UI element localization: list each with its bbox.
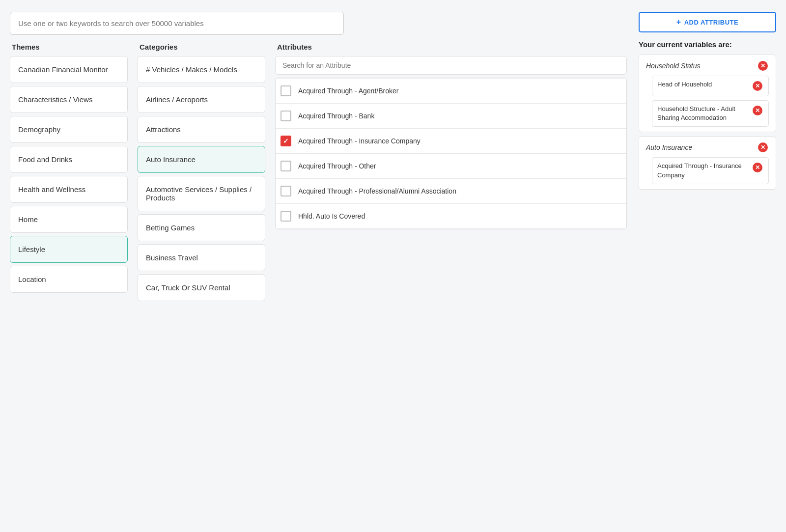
category-item-betting-games[interactable]: Betting Games	[138, 214, 265, 241]
remove-group-button-household-status[interactable]: ✕	[757, 60, 769, 72]
current-variables-title: Your current variables are:	[639, 40, 776, 49]
theme-item-health-and-wellness[interactable]: Health and Wellness	[10, 176, 128, 203]
category-item-auto-insurance[interactable]: Auto Insurance	[138, 146, 265, 173]
variable-group-header-auto-insurance: Auto Insurance✕	[646, 141, 769, 153]
checkbox-acquired-professional-alumni[interactable]	[281, 186, 291, 196]
theme-item-characteristics-views[interactable]: Characteristics / Views	[10, 86, 128, 113]
remove-group-icon-household-status: ✕	[758, 61, 768, 71]
variable-group-label-household-status: Household Status	[646, 62, 701, 70]
attribute-label-acquired-professional-alumni: Acquired Through - Professional/Alumni A…	[298, 187, 456, 195]
category-item-attractions[interactable]: Attractions	[138, 116, 265, 143]
checkbox-hhld-auto-covered[interactable]	[281, 211, 291, 222]
attribute-label-acquired-agent-broker: Acquired Through - Agent/Broker	[298, 87, 398, 95]
variable-sub-item-acquired-through-insurance-company: Acquired Through - Insurance Company✕	[652, 157, 769, 184]
variable-sub-item-household-structure-adult-sharing: Household Structure - Adult Sharing Acco…	[652, 100, 769, 127]
variable-sub-label-acquired-through-insurance-company: Acquired Through - Insurance Company	[657, 162, 752, 179]
checkbox-acquired-other[interactable]	[281, 161, 291, 171]
categories-list: # Vehicles / Makes / ModelsAirlines / Ae…	[138, 56, 265, 301]
attributes-list: Acquired Through - Agent/BrokerAcquired …	[275, 78, 627, 229]
category-item-automotive-services-supplies-products[interactable]: Automotive Services / Supplies / Product…	[138, 176, 265, 211]
attribute-item-acquired-insurance-company[interactable]: ✓Acquired Through - Insurance Company	[276, 129, 626, 154]
variable-sub-label-household-structure-adult-sharing: Household Structure - Adult Sharing Acco…	[657, 105, 752, 122]
checkbox-acquired-insurance-company[interactable]: ✓	[281, 136, 291, 146]
variable-group-header-household-status: Household Status✕	[646, 60, 769, 72]
checkbox-acquired-bank[interactable]	[281, 111, 291, 121]
categories-column-header: Categories	[138, 43, 265, 51]
plus-icon: +	[676, 18, 681, 27]
attribute-item-acquired-agent-broker[interactable]: Acquired Through - Agent/Broker	[276, 78, 626, 104]
theme-item-food-and-drinks[interactable]: Food and Drinks	[10, 146, 128, 173]
attribute-item-acquired-other[interactable]: Acquired Through - Other	[276, 154, 626, 179]
variable-group-household-status: Household Status✕Head of Household✕House…	[639, 55, 776, 132]
keyword-search-input[interactable]	[10, 12, 344, 35]
attribute-search-input[interactable]	[275, 56, 627, 75]
category-item-airlines-aeroports[interactable]: Airlines / Aeroports	[138, 86, 265, 113]
remove-group-button-auto-insurance[interactable]: ✕	[757, 141, 769, 153]
attribute-label-acquired-other: Acquired Through - Other	[298, 162, 376, 170]
add-attribute-button[interactable]: + ADD ATTRIBUTE	[639, 12, 776, 32]
variable-sub-label-head-of-household: Head of Household	[657, 80, 752, 89]
remove-sub-icon-acquired-through-insurance-company: ✕	[753, 163, 762, 172]
attribute-label-acquired-insurance-company: Acquired Through - Insurance Company	[298, 137, 421, 145]
category-item-business-travel[interactable]: Business Travel	[138, 244, 265, 271]
attribute-item-acquired-bank[interactable]: Acquired Through - Bank	[276, 104, 626, 129]
remove-sub-icon-household-structure-adult-sharing: ✕	[753, 106, 762, 115]
theme-item-canadian-financial-monitor[interactable]: Canadian Financial Monitor	[10, 56, 128, 83]
checkbox-acquired-agent-broker[interactable]	[281, 85, 291, 96]
variable-group-auto-insurance: Auto Insurance✕Acquired Through - Insura…	[639, 136, 776, 189]
category-item-vehicles-makes-models[interactable]: # Vehicles / Makes / Models	[138, 56, 265, 83]
attribute-item-hhld-auto-covered[interactable]: Hhld. Auto Is Covered	[276, 204, 626, 229]
checkmark-icon: ✓	[283, 138, 289, 144]
remove-sub-button-household-structure-adult-sharing[interactable]: ✕	[752, 105, 763, 116]
variable-group-label-auto-insurance: Auto Insurance	[646, 143, 692, 151]
attributes-column-header: Attributes	[275, 43, 627, 51]
remove-sub-icon-head-of-household: ✕	[753, 81, 762, 91]
remove-sub-button-acquired-through-insurance-company[interactable]: ✕	[752, 162, 763, 173]
add-attribute-label: ADD ATTRIBUTE	[684, 19, 739, 26]
remove-group-icon-auto-insurance: ✕	[758, 142, 768, 152]
theme-item-demography[interactable]: Demography	[10, 116, 128, 143]
theme-item-home[interactable]: Home	[10, 206, 128, 233]
attribute-item-acquired-professional-alumni[interactable]: Acquired Through - Professional/Alumni A…	[276, 179, 626, 204]
remove-sub-button-head-of-household[interactable]: ✕	[752, 80, 763, 92]
category-item-car-truck-suv-rental[interactable]: Car, Truck Or SUV Rental	[138, 274, 265, 301]
variable-sub-item-head-of-household: Head of Household✕	[652, 76, 769, 96]
variable-groups: Household Status✕Head of Household✕House…	[639, 55, 776, 194]
themes-list: Canadian Financial MonitorCharacteristic…	[10, 56, 128, 293]
themes-column-header: Themes	[10, 43, 128, 51]
attribute-label-hhld-auto-covered: Hhld. Auto Is Covered	[298, 212, 365, 220]
theme-item-lifestyle[interactable]: Lifestyle	[10, 236, 128, 263]
attribute-label-acquired-bank: Acquired Through - Bank	[298, 112, 374, 120]
theme-item-location[interactable]: Location	[10, 266, 128, 293]
